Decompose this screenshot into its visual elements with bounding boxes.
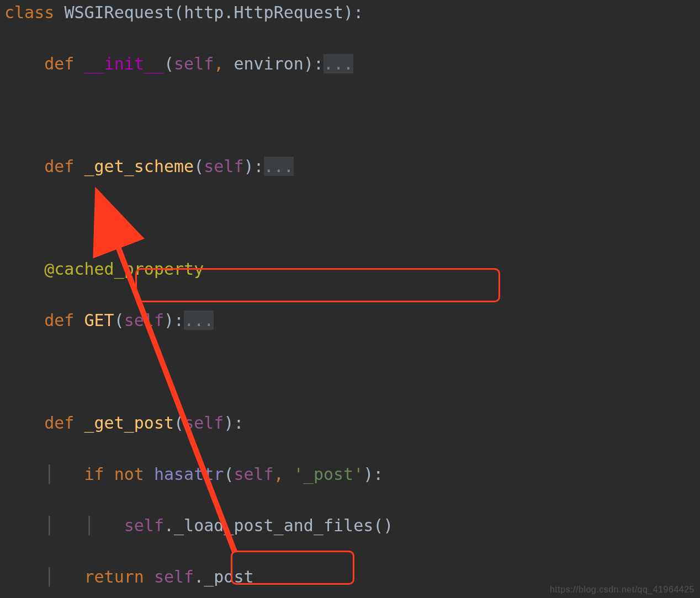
keyword-def: def — [44, 413, 74, 433]
decorator-cached-property: @cached_property — [44, 259, 204, 279]
method-get: GET — [84, 311, 114, 330]
method-get-scheme: _get_scheme — [84, 157, 194, 176]
code-line — [0, 359, 700, 385]
self-ref: self — [124, 516, 164, 535]
fold-marker[interactable]: ... — [264, 157, 294, 176]
self-ref: self — [154, 567, 194, 586]
code-line: def _get_post(self): — [0, 410, 700, 436]
param-self: self — [184, 413, 224, 433]
keyword-not: not — [114, 464, 144, 484]
keyword-def: def — [44, 54, 74, 73]
param-self: self — [124, 311, 164, 330]
code-line: def __init__(self, environ):... — [0, 51, 700, 77]
code-line: │ │ self._load_post_and_files() — [0, 513, 700, 539]
method-call-load-post: ._load_post_and_files() — [164, 516, 393, 535]
keyword-def: def — [44, 311, 74, 330]
method-get-post: _get_post — [84, 413, 174, 433]
keyword-def: def — [44, 157, 74, 176]
param-self: self — [204, 157, 243, 176]
param-environ: environ — [234, 54, 303, 73]
code-line: │ if not hasattr(self, '_post'): — [0, 462, 700, 488]
class-name: WSGIRequest — [64, 3, 174, 22]
keyword-return: return — [84, 567, 144, 586]
code-line: def _get_scheme(self):... — [0, 154, 700, 180]
method-init: __init__ — [84, 54, 165, 73]
builtin-hasattr: hasattr — [154, 464, 224, 484]
keyword-class: class — [4, 3, 54, 22]
attr-post: ._post — [194, 567, 253, 586]
keyword-if: if — [84, 464, 104, 484]
code-editor[interactable]: class WSGIRequest(http.HttpRequest): def… — [0, 0, 700, 598]
param-self: self — [174, 54, 214, 73]
string-post: '_post' — [294, 464, 363, 484]
watermark: https://blog.csdn.net/qq_41964425 — [550, 585, 694, 595]
param-self: self — [234, 464, 273, 484]
code-line: class WSGIRequest(http.HttpRequest): — [0, 0, 700, 26]
code-line — [0, 205, 700, 231]
code-line: def GET(self):... — [0, 308, 700, 334]
fold-marker[interactable]: ... — [324, 54, 353, 73]
code-line: @cached_property — [0, 257, 700, 282]
base-class: http.HttpRequest — [184, 3, 343, 22]
code-line — [0, 103, 700, 129]
fold-marker[interactable]: ... — [184, 311, 214, 330]
